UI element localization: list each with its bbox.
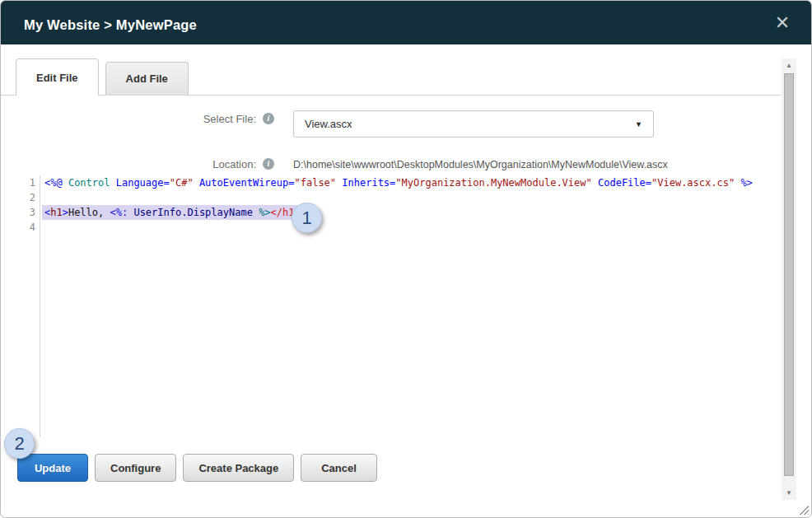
- tab-bar: Edit File Add File: [16, 58, 189, 96]
- tab-edit-file-label: Edit File: [36, 72, 78, 84]
- line-number: 3: [19, 205, 35, 220]
- dialog-title: My Website > MyNewPage: [24, 17, 197, 33]
- line-number: 4: [19, 220, 35, 235]
- button-row: Update Configure Create Package Cancel: [17, 454, 377, 482]
- dialog-header: My Website > MyNewPage ✕: [1, 1, 811, 44]
- update-button[interactable]: Update: [17, 454, 88, 482]
- annotation-step-2: 2: [4, 428, 35, 459]
- code-line-3[interactable]: <h1>Hello, <%: UserInfo.DisplayName %></…: [42, 205, 303, 220]
- line-number: 2: [19, 190, 35, 205]
- cancel-button[interactable]: Cancel: [301, 454, 377, 482]
- select-file-value: View.ascx: [294, 118, 635, 130]
- gutter-separator: [40, 175, 40, 437]
- line-number: 1: [19, 175, 35, 190]
- select-file-dropdown[interactable]: View.ascx ▼: [293, 110, 654, 138]
- resize-grip-icon[interactable]: [799, 505, 809, 515]
- select-file-label: Select File:: [17, 113, 256, 125]
- scrollbar-thumb[interactable]: [784, 73, 794, 476]
- close-icon[interactable]: ✕: [772, 12, 793, 34]
- scroll-up-icon[interactable]: ▲: [782, 58, 796, 72]
- annotation-step-1: 1: [292, 203, 322, 233]
- tab-edit-file[interactable]: Edit File: [16, 58, 99, 96]
- create-package-button[interactable]: Create Package: [183, 454, 294, 482]
- scroll-down-icon[interactable]: ▼: [782, 486, 796, 500]
- location-path: D:\home\site\wwwroot\DesktopModules\MyOr…: [293, 159, 668, 170]
- vertical-scrollbar[interactable]: ▲ ▼: [782, 58, 796, 500]
- location-label: Location:: [17, 158, 256, 170]
- select-file-info-icon[interactable]: i: [263, 113, 274, 124]
- tab-add-file[interactable]: Add File: [105, 62, 189, 95]
- configure-button[interactable]: Configure: [95, 454, 176, 482]
- tab-underline: [1, 95, 782, 96]
- tab-add-file-label: Add File: [126, 72, 168, 85]
- code-line-1[interactable]: <%@ Control Language="C#" AutoEventWireu…: [42, 175, 755, 190]
- chevron-down-icon: ▼: [635, 120, 653, 128]
- location-info-icon[interactable]: i: [263, 158, 274, 170]
- module-edit-dialog: My Website > MyNewPage ✕ Edit File Add F…: [0, 0, 812, 518]
